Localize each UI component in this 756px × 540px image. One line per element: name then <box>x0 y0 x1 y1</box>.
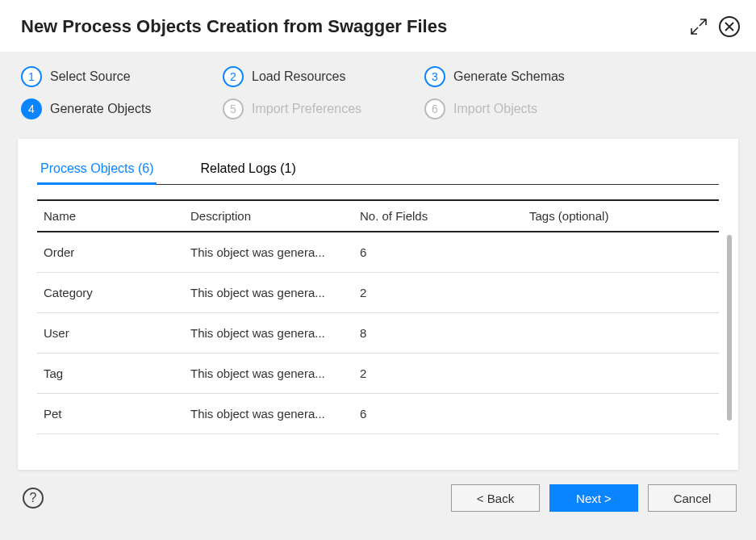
step-label: Import Objects <box>453 102 537 116</box>
table-row[interactable]: Category This object was genera... 2 <box>37 273 719 313</box>
cell-name: Pet <box>37 407 190 421</box>
step-generate-objects[interactable]: 4 Generate Objects <box>21 98 182 119</box>
cell-description: This object was genera... <box>190 407 352 421</box>
step-label: Import Preferences <box>252 102 361 116</box>
table-row[interactable]: Pet This object was genera... 6 <box>37 394 719 434</box>
step-number: 3 <box>424 66 445 87</box>
step-generate-schemas[interactable]: 3 Generate Schemas <box>424 66 586 87</box>
header-controls <box>688 16 740 37</box>
cell-description: This object was genera... <box>190 245 352 259</box>
dialog-footer: ? < Back Next > Cancel <box>0 470 756 512</box>
cell-name: User <box>37 326 190 340</box>
table-row[interactable]: User This object was genera... 8 <box>37 313 719 354</box>
cell-tags <box>529 407 719 421</box>
col-header-fields[interactable]: No. of Fields <box>352 209 529 223</box>
next-button[interactable]: Next > <box>549 484 638 512</box>
cell-tags <box>529 245 719 259</box>
table-header: Name Description No. of Fields Tags (opt… <box>37 199 719 232</box>
col-header-tags[interactable]: Tags (optional) <box>529 209 719 223</box>
step-label: Generate Objects <box>50 102 151 116</box>
cancel-button[interactable]: Cancel <box>648 484 737 512</box>
content-panel: Process Objects (6) Related Logs (1) Nam… <box>18 139 738 470</box>
dialog-title: New Process Objects Creation from Swagge… <box>21 16 447 37</box>
cell-tags <box>529 286 719 299</box>
expand-icon[interactable] <box>688 16 709 37</box>
cell-fields: 6 <box>352 245 529 259</box>
cell-fields: 8 <box>352 326 529 340</box>
cell-description: This object was genera... <box>190 326 352 340</box>
cell-fields: 2 <box>352 286 529 299</box>
cell-name: Order <box>37 245 190 259</box>
footer-buttons: < Back Next > Cancel <box>451 484 737 512</box>
step-label: Generate Schemas <box>453 69 565 84</box>
cell-name: Category <box>37 286 190 299</box>
cell-fields: 2 <box>352 366 529 380</box>
step-import-preferences: 5 Import Preferences <box>223 98 384 119</box>
step-number: 4 <box>21 98 42 119</box>
back-button[interactable]: < Back <box>451 484 540 512</box>
col-header-description[interactable]: Description <box>190 209 352 223</box>
cell-fields: 6 <box>352 407 529 421</box>
table-row[interactable]: Order This object was genera... 6 <box>37 232 719 273</box>
scrollbar[interactable] <box>727 235 732 421</box>
step-label: Select Source <box>50 69 131 84</box>
step-label: Load Resources <box>252 69 346 84</box>
step-number: 5 <box>223 98 244 119</box>
cell-description: This object was genera... <box>190 366 352 380</box>
table-wrapper: Name Description No. of Fields Tags (opt… <box>37 199 719 434</box>
step-import-objects: 6 Import Objects <box>424 98 586 119</box>
col-header-name[interactable]: Name <box>37 209 190 223</box>
table-row[interactable]: Tag This object was genera... 2 <box>37 354 719 394</box>
close-icon[interactable] <box>719 16 740 37</box>
wizard-stepper: 1 Select Source 2 Load Resources 3 Gener… <box>0 52 756 128</box>
objects-table: Name Description No. of Fields Tags (opt… <box>37 199 719 434</box>
step-load-resources[interactable]: 2 Load Resources <box>223 66 384 87</box>
tab-process-objects[interactable]: Process Objects (6) <box>37 155 157 184</box>
cell-name: Tag <box>37 366 190 380</box>
step-number: 1 <box>21 66 42 87</box>
step-number: 2 <box>223 66 244 87</box>
tab-related-logs[interactable]: Related Logs (1) <box>197 155 299 184</box>
cell-tags <box>529 366 719 380</box>
cell-tags <box>529 326 719 340</box>
cell-description: This object was genera... <box>190 286 352 299</box>
step-select-source[interactable]: 1 Select Source <box>21 66 182 87</box>
step-number: 6 <box>424 98 445 119</box>
tab-bar: Process Objects (6) Related Logs (1) <box>37 155 719 185</box>
dialog-header: New Process Objects Creation from Swagge… <box>0 0 756 52</box>
help-icon[interactable]: ? <box>23 488 44 509</box>
